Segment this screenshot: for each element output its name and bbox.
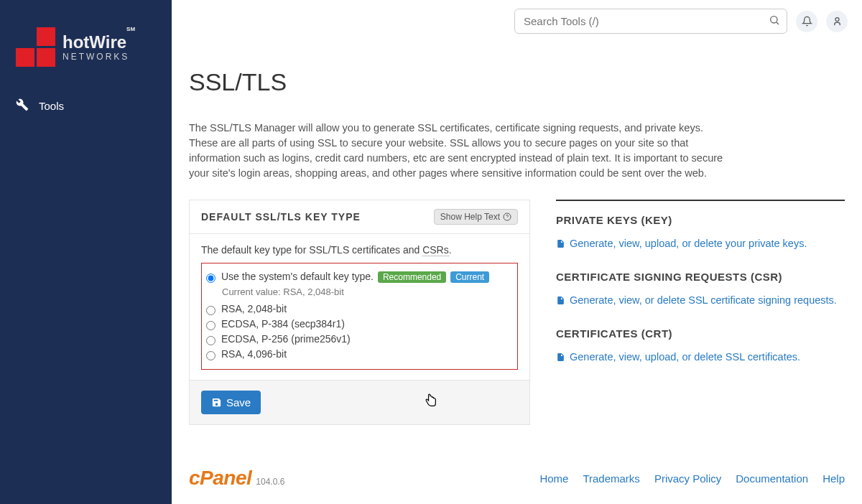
radio-ecdsa-p384[interactable] (206, 321, 216, 330)
options-highlight-box: Use the system's default key type. Recom… (201, 263, 518, 370)
footer-links: Home Trademarks Privacy Policy Documenta… (539, 472, 845, 485)
badge-current: Current (450, 271, 489, 283)
main: SSL/TLS The SSL/TLS Manager will allow y… (172, 0, 862, 504)
link-private-keys[interactable]: Generate, view, upload, or delete your p… (570, 236, 807, 251)
option-label: RSA, 4,096-bit (221, 348, 513, 360)
option-label: ECDSA, P-256 (prime256v1) (221, 333, 513, 345)
svg-line-1 (777, 22, 779, 24)
section-title-csr: CERTIFICATE SIGNING REQUESTS (CSR) (556, 271, 845, 283)
footer-link-trademarks[interactable]: Trademarks (583, 472, 639, 485)
option-label: Use the system's default key type. (221, 271, 374, 282)
option-system-default[interactable]: Use the system's default key type. Recom… (206, 269, 513, 284)
panel-body: The default key type for SSL/TLS certifi… (190, 234, 529, 380)
panel-desc: The default key type for SSL/TLS certifi… (201, 244, 518, 256)
page-title: SSL/TLS (189, 68, 845, 96)
panel-title: DEFAULT SSL/TLS KEY TYPE (201, 211, 361, 223)
help-btn-label: Show Help Text (440, 212, 500, 222)
svg-point-2 (835, 18, 839, 22)
panel-footer: Save (190, 380, 529, 424)
link-row: Generate, view, or delete SSL certificat… (556, 293, 845, 309)
brand-name: hotWire (62, 32, 126, 52)
option-ecdsa-p256[interactable]: ECDSA, P-256 (prime256v1) (206, 332, 513, 347)
sidebar-item-tools[interactable]: Tools (0, 88, 172, 123)
right-column: PRIVATE KEYS (KEY) Generate, view, uploa… (556, 200, 845, 425)
left-column: DEFAULT SSL/TLS KEY TYPE Show Help Text … (189, 200, 530, 425)
radio-rsa-4096[interactable] (206, 351, 216, 360)
sidebar-item-label: Tools (39, 100, 64, 112)
footer-link-privacy[interactable]: Privacy Policy (654, 472, 721, 485)
sidebar: hotWireSM NETWORKS Tools (0, 0, 172, 504)
brand-sub: NETWORKS (62, 52, 135, 61)
document-icon (556, 352, 565, 365)
divider (556, 200, 845, 201)
option-rsa-4096[interactable]: RSA, 4,096-bit (206, 347, 513, 362)
radio-system-default[interactable] (206, 274, 216, 283)
footer-link-home[interactable]: Home (539, 472, 568, 485)
search-input[interactable] (514, 9, 787, 34)
cpanel-version: 104.0.6 (256, 477, 284, 487)
radio-rsa-2048[interactable] (206, 306, 216, 315)
key-type-panel: DEFAULT SSL/TLS KEY TYPE Show Help Text … (189, 200, 530, 425)
current-value-text: Current value: RSA, 2,048-bit (222, 286, 513, 297)
search-wrap (514, 9, 787, 34)
link-crt[interactable]: Generate, view, upload, or delete SSL ce… (570, 350, 800, 364)
option-label: RSA, 2,048-bit (221, 303, 513, 314)
save-icon (211, 397, 222, 408)
save-label: Save (226, 396, 251, 409)
brand-logo: hotWireSM NETWORKS (0, 0, 172, 88)
content: SSL/TLS The SSL/TLS Manager will allow y… (172, 42, 862, 457)
save-button[interactable]: Save (201, 391, 261, 414)
columns: DEFAULT SSL/TLS KEY TYPE Show Help Text … (189, 200, 845, 425)
notifications-button[interactable] (796, 11, 817, 32)
svg-point-0 (771, 16, 777, 22)
cpanel-text: cPanel (189, 467, 251, 490)
brand-icon (16, 27, 55, 67)
show-help-button[interactable]: Show Help Text (434, 209, 518, 225)
option-rsa-2048[interactable]: RSA, 2,048-bit (206, 302, 513, 317)
footer-link-help[interactable]: Help (822, 472, 845, 485)
search-icon[interactable] (769, 14, 780, 29)
brand-sm: SM (126, 26, 135, 32)
help-icon (503, 213, 511, 221)
option-label: ECDSA, P-384 (secp384r1) (221, 318, 513, 330)
user-button[interactable] (826, 11, 848, 32)
option-ecdsa-p384[interactable]: ECDSA, P-384 (secp384r1) (206, 317, 513, 332)
radio-ecdsa-p256[interactable] (206, 336, 216, 345)
badge-recommended: Recommended (378, 271, 446, 283)
brand-text: hotWireSM NETWORKS (62, 34, 135, 61)
topbar (172, 0, 862, 42)
panel-header: DEFAULT SSL/TLS KEY TYPE Show Help Text (190, 200, 529, 234)
section-title-keys: PRIVATE KEYS (KEY) (556, 214, 845, 226)
link-row: Generate, view, upload, or delete your p… (556, 236, 845, 252)
document-icon (556, 238, 565, 252)
footer: cPanel 104.0.6 Home Trademarks Privacy P… (172, 457, 862, 504)
page-description: The SSL/TLS Manager will allow you to ge… (189, 121, 735, 181)
link-csr[interactable]: Generate, view, or delete SSL certificat… (570, 293, 837, 307)
link-row: Generate, view, upload, or delete SSL ce… (556, 350, 845, 365)
cpanel-logo: cPanel 104.0.6 (189, 467, 284, 490)
wrench-icon (16, 98, 29, 113)
footer-link-documentation[interactable]: Documentation (736, 472, 808, 485)
section-title-crt: CERTIFICATES (CRT) (556, 327, 845, 340)
document-icon (556, 295, 565, 309)
